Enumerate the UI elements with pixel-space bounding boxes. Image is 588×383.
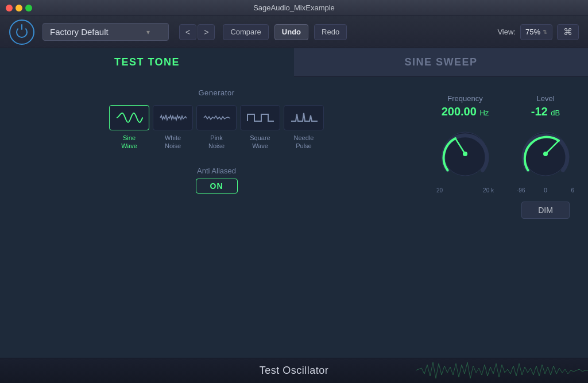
white-noise-icon — [159, 111, 187, 125]
pink-noise-icon — [203, 111, 230, 125]
undo-button[interactable]: Undo — [274, 24, 308, 40]
window-title: SageAudio_MixExample — [253, 3, 335, 12]
level-knob-group: Level -12 dB — [517, 94, 574, 219]
level-label: Level — [536, 94, 554, 103]
frequency-knob[interactable] — [436, 125, 494, 183]
sine-wave-button[interactable]: SineWave — [109, 105, 149, 150]
white-noise-icon-box — [153, 105, 193, 130]
view-label: View: — [497, 28, 516, 36]
chevron-down-icon: ▾ — [146, 28, 150, 36]
level-value: -12 dB — [531, 105, 560, 118]
plugin-body: Generator SineWave — [0, 77, 588, 358]
waveform-decoration — [416, 358, 588, 383]
svg-point-2 — [463, 152, 467, 156]
link-icon: ⌘ — [563, 26, 572, 37]
waveform-buttons: SineWave WhiteNoise — [109, 105, 324, 150]
title-bar: SageAudio_MixExample — [0, 0, 588, 16]
anti-alias-section: Anti Aliased ON — [196, 167, 238, 194]
close-button[interactable] — [6, 5, 13, 11]
tab-sine-sweep[interactable]: SINE SWEEP — [294, 48, 588, 77]
square-wave-label: SquareWave — [250, 134, 270, 150]
pink-noise-label: PinkNoise — [208, 134, 225, 150]
frequency-value: 200.00 Hz — [442, 105, 489, 118]
redo-button[interactable]: Redo — [314, 24, 347, 40]
power-button[interactable] — [9, 20, 34, 45]
needle-pulse-icon — [290, 111, 318, 125]
pink-noise-button[interactable]: PinkNoise — [196, 105, 237, 150]
view-zoom-control[interactable]: 75% ⇅ — [520, 24, 552, 40]
stepper-arrows-icon: ⇅ — [543, 29, 547, 35]
window-controls[interactable] — [6, 5, 32, 11]
anti-alias-label: Anti Aliased — [197, 167, 236, 175]
nav-back-button[interactable]: < — [179, 24, 196, 40]
nav-group: < > — [179, 24, 215, 40]
sine-wave-icon-box — [109, 105, 149, 130]
needle-pulse-icon-box — [284, 105, 324, 130]
preset-dropdown[interactable]: Factory Default ▾ — [42, 23, 169, 41]
white-noise-button[interactable]: WhiteNoise — [153, 105, 193, 150]
compare-button[interactable]: Compare — [223, 24, 268, 40]
sine-wave-label: SineWave — [121, 134, 137, 150]
knobs-section: Frequency 200.00 Hz — [436, 88, 574, 349]
main-content: TEST TONE SINE SWEEP Generator SineWave — [0, 48, 588, 358]
toolbar: Factory Default ▾ < > Compare Undo Redo … — [0, 16, 588, 48]
view-group: View: 75% ⇅ ⌘ — [497, 24, 579, 40]
generator-label: Generator — [198, 88, 234, 97]
level-scale: -96 0 6 — [517, 187, 574, 194]
level-knob[interactable] — [517, 125, 574, 183]
white-noise-label: WhiteNoise — [165, 134, 181, 150]
footer-title: Test Oscillator — [260, 365, 329, 377]
svg-point-5 — [543, 152, 548, 156]
needle-pulse-label: NeedlePulse — [294, 134, 314, 150]
frequency-knob-group: Frequency 200.00 Hz — [436, 94, 494, 194]
tab-bar: TEST TONE SINE SWEEP — [0, 48, 588, 77]
nav-forward-button[interactable]: > — [198, 24, 215, 40]
dim-button[interactable]: DIM — [521, 202, 570, 219]
maximize-button[interactable] — [25, 5, 32, 11]
square-wave-icon-box — [240, 105, 280, 130]
pink-noise-icon-box — [196, 105, 237, 130]
link-button[interactable]: ⌘ — [557, 24, 579, 40]
generator-section: Generator SineWave — [14, 88, 419, 349]
preset-label: Factory Default — [50, 27, 109, 37]
frequency-scale: 20 20 k — [436, 187, 494, 194]
needle-pulse-button[interactable]: NeedlePulse — [284, 105, 324, 150]
footer: Test Oscillator — [0, 358, 588, 383]
square-wave-button[interactable]: SquareWave — [240, 105, 280, 150]
minimize-button[interactable] — [16, 5, 22, 11]
square-wave-icon — [246, 111, 274, 125]
tab-test-tone[interactable]: TEST TONE — [0, 48, 294, 77]
sine-wave-icon — [115, 111, 143, 125]
anti-alias-toggle[interactable]: ON — [196, 179, 238, 194]
frequency-label: Frequency — [447, 94, 482, 103]
